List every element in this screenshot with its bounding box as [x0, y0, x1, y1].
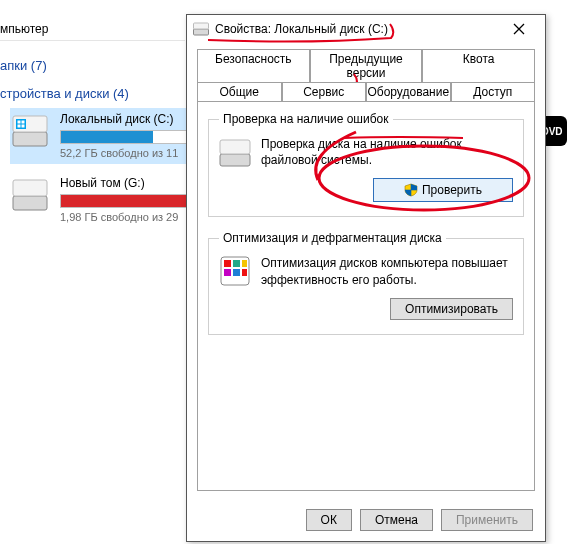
titlebar[interactable]: Свойства: Локальный диск (C:) [187, 15, 545, 43]
close-button[interactable] [499, 17, 539, 41]
defrag-icon [219, 255, 251, 287]
drive-check-icon [219, 136, 251, 168]
svg-rect-8 [13, 180, 47, 196]
drive-icon [12, 178, 48, 214]
optimize-button[interactable]: Оптимизировать [390, 298, 513, 320]
svg-rect-3 [18, 121, 21, 124]
separator [0, 40, 185, 41]
svg-rect-10 [194, 23, 209, 29]
tab-quota[interactable]: Квота [422, 49, 535, 82]
section-drives-header[interactable]: стройства и диски (4) [0, 86, 129, 101]
svg-rect-7 [13, 196, 47, 210]
check-button[interactable]: Проверить [373, 178, 513, 202]
tab-content: Проверка на наличие ошибок Проверка диск… [197, 101, 535, 491]
explorer-title-fragment: мпьютер [0, 22, 48, 36]
svg-rect-11 [220, 154, 250, 166]
defrag-legend: Оптимизация и дефрагментация диска [219, 231, 446, 245]
svg-rect-16 [242, 260, 247, 267]
svg-rect-15 [233, 260, 240, 267]
tab-row-1: Безопасность Предыдущие версии Квота [197, 49, 535, 82]
svg-rect-19 [242, 269, 247, 276]
svg-rect-6 [22, 125, 25, 128]
svg-rect-14 [224, 260, 231, 267]
defrag-text: Оптимизация дисков компьютера повышает э… [261, 255, 513, 287]
tab-general[interactable]: Общие [197, 82, 282, 101]
apply-button[interactable]: Применить [441, 509, 533, 531]
cancel-button[interactable]: Отмена [360, 509, 433, 531]
tab-tools[interactable]: Сервис [282, 82, 367, 101]
svg-rect-9 [194, 29, 209, 35]
drive-icon [193, 21, 209, 37]
dialog-title: Свойства: Локальный диск (C:) [215, 22, 499, 36]
svg-rect-5 [18, 125, 21, 128]
close-icon [513, 23, 525, 35]
tab-row-2: Общие Сервис Оборудование Доступ [197, 82, 535, 101]
tab-hardware[interactable]: Оборудование [366, 82, 451, 101]
tab-sharing[interactable]: Доступ [451, 82, 536, 101]
dialog-button-row: ОК Отмена Применить [306, 509, 533, 531]
svg-rect-0 [13, 132, 47, 146]
properties-dialog: Свойства: Локальный диск (C:) Безопаснос… [186, 14, 546, 542]
error-check-legend: Проверка на наличие ошибок [219, 112, 393, 126]
section-folders-header[interactable]: апки (7) [0, 58, 47, 73]
defrag-group: Оптимизация и дефрагментация диска Оптим… [208, 231, 524, 334]
svg-rect-12 [220, 140, 250, 154]
svg-rect-4 [22, 121, 25, 124]
error-check-text: Проверка диска на наличие ошибок файлово… [261, 136, 513, 168]
tab-prevversions[interactable]: Предыдущие версии [310, 49, 423, 82]
drive-icon [12, 114, 48, 150]
check-button-label: Проверить [422, 183, 482, 197]
tab-security[interactable]: Безопасность [197, 49, 310, 82]
error-check-group: Проверка на наличие ошибок Проверка диск… [208, 112, 524, 217]
svg-rect-18 [233, 269, 240, 276]
ok-button[interactable]: ОК [306, 509, 352, 531]
svg-rect-17 [224, 269, 231, 276]
shield-icon [404, 183, 418, 197]
